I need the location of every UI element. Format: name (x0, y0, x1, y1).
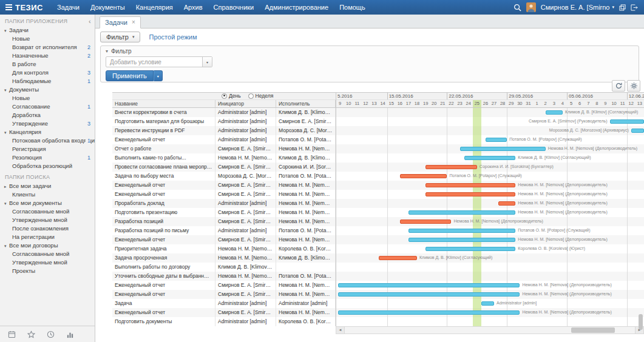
search-icon[interactable] (514, 4, 521, 12)
folder-item[interactable]: ▾Все мои договоры (0, 241, 95, 250)
folder-item[interactable]: Утвержденные мной (0, 258, 95, 267)
gantt-bar[interactable] (464, 156, 516, 160)
folder-item[interactable]: ▾Канцелярия (0, 128, 95, 136)
tab-tasks[interactable]: Задачи × (100, 16, 141, 29)
gantt-bar[interactable] (425, 165, 477, 169)
gantt-row[interactable]: Разработка позицийСмирнов Е. А. [Smirnov… (112, 217, 644, 226)
gantt-row[interactable]: Еженедельный отчетСмирнов Е. А. [Smirnov… (112, 190, 644, 199)
gantt-bar[interactable] (408, 238, 515, 242)
scroll-left-arrow[interactable]: ◄ (336, 327, 345, 334)
simple-mode-link[interactable]: Простой режим (149, 33, 197, 41)
folder-item[interactable]: ▾Все мои документы (0, 199, 95, 207)
user-menu[interactable]: Смирнов Е. А. [Smirno ▾ (541, 4, 614, 11)
star-icon[interactable] (27, 330, 35, 338)
scroll-thumb[interactable] (571, 327, 615, 333)
v-scroll-thumb[interactable] (639, 314, 643, 330)
gantt-row[interactable]: Провести согласование плана мероприя...С… (112, 163, 644, 172)
menu-item[interactable]: Администрирование (259, 0, 334, 15)
chevron-down-icon[interactable]: ▾ (4, 86, 9, 94)
refresh-button[interactable] (612, 80, 625, 92)
gantt-bar[interactable] (610, 119, 644, 124)
filter-button[interactable]: Фильтр ▾ (100, 32, 140, 42)
gantt-bar[interactable] (425, 183, 515, 187)
gantt-bar[interactable] (408, 210, 515, 215)
menu-item[interactable]: Документы (85, 0, 130, 15)
gantt-bar[interactable] (460, 147, 546, 151)
gantt-row[interactable]: Подготовить документыAdministrator [admi… (112, 317, 644, 326)
gantt-row[interactable]: Выполнить какие-то работы...Немова Н. М.… (112, 153, 644, 163)
gantt-bar[interactable] (408, 229, 515, 233)
chevron-down-icon[interactable]: ▾ (202, 57, 212, 67)
new-window-icon[interactable] (619, 4, 626, 11)
chevron-right-icon[interactable]: ▸ (4, 183, 9, 190)
gantt-row[interactable]: Задача по выбору местаМорозова Д. С. [Mo… (112, 172, 644, 181)
chevron-down-icon[interactable]: ▾ (4, 27, 9, 35)
menu-item[interactable]: Канцелярия (130, 0, 178, 15)
chevron-down-icon[interactable]: ▾ (4, 242, 9, 250)
folder-item[interactable]: Новые (0, 94, 95, 102)
gantt-bar[interactable] (481, 301, 494, 306)
folder-item[interactable]: После ознакомления (0, 224, 95, 233)
gantt-row[interactable]: Выполнить работы по договоруКлимов Д. В.… (112, 263, 644, 272)
apply-button[interactable]: Применить (106, 70, 154, 81)
folder-item[interactable]: Проекты (0, 267, 95, 275)
scale-week-radio[interactable]: Неделя (248, 93, 274, 99)
gantt-bar[interactable] (498, 201, 515, 206)
gantt-bar[interactable] (546, 110, 563, 115)
folder-item[interactable]: На регистрации (0, 233, 95, 241)
gantt-row[interactable]: Приоритетная задачаНемова Н. М. [Nemova]… (112, 244, 644, 253)
gantt-bar[interactable] (425, 192, 515, 196)
folder-item[interactable]: Согласование1 (0, 102, 95, 111)
folder-item[interactable]: Утверждение3 (0, 119, 95, 128)
folder-item[interactable]: ▾Документы (0, 86, 95, 94)
gantt-row[interactable]: Подготовить материал для брошюрыAdminist… (112, 117, 644, 126)
chart-icon[interactable] (66, 330, 74, 338)
folder-item[interactable]: Клиенты (0, 190, 95, 199)
gantt-row[interactable]: Внести корректировки в счетаAdministrato… (112, 108, 644, 117)
gantt-bar[interactable] (338, 292, 520, 297)
logout-icon[interactable] (631, 4, 638, 11)
gantt-bar[interactable] (631, 129, 644, 133)
gantt-row[interactable]: Еженедельный отчетСмирнов Е. А. [Smirnov… (112, 235, 644, 244)
folder-item[interactable]: Резолюция1 (0, 153, 95, 162)
gantt-row[interactable]: Еженедельный отчетСмирнов Е. А. [Smirnov… (112, 181, 644, 190)
gantt-row[interactable]: ЗадачаAdministrator [admin]Administrator… (112, 299, 644, 308)
chevron-down-icon[interactable]: ▾ (4, 200, 9, 207)
folder-item[interactable]: Обработка резолюций (0, 162, 95, 170)
gantt-bar[interactable] (338, 283, 520, 287)
gantt-row[interactable]: Разработка позиций по письмуAdministrato… (112, 226, 644, 235)
gantt-row[interactable]: Еженедельный отчетAdministrator [admin]П… (112, 135, 644, 144)
gantt-bar[interactable] (400, 220, 452, 224)
avatar[interactable] (526, 2, 536, 12)
folder-item[interactable]: Регистрация (0, 145, 95, 153)
gantt-row[interactable]: Проработать докладAdministrator [admin]Н… (112, 199, 644, 208)
chevron-down-icon[interactable]: ▾ (4, 129, 9, 136)
folder-item[interactable]: Возврат от исполнителя2 (0, 43, 95, 52)
folder-item[interactable]: Наблюдаемые1 (0, 77, 95, 86)
settings-button[interactable] (627, 80, 640, 92)
tab-close-icon[interactable]: × (132, 19, 135, 25)
menu-item[interactable]: Справочники (208, 0, 260, 15)
add-condition-select[interactable]: Добавить условие ▾ (106, 56, 212, 67)
h-scrollbar[interactable]: ◄ ► (336, 326, 644, 334)
gantt-row[interactable]: Отчет о работеСмирнов Е. А. [Smirnov]...… (112, 144, 644, 153)
menu-item[interactable]: Архив (178, 0, 208, 15)
folder-item[interactable]: Новые (0, 35, 95, 43)
apply-dropdown-button[interactable]: ▾ (154, 70, 163, 81)
collapse-sidebar-icon[interactable]: ‹ (89, 19, 91, 24)
folder-item[interactable]: ▾Задачи (0, 26, 95, 35)
collapse-filter-icon[interactable]: ▾ (106, 49, 108, 54)
menu-item[interactable]: Помощь (334, 0, 371, 15)
gantt-row[interactable]: Задача просроченнаяНемова Н. М. [Nemova]… (112, 253, 644, 263)
calendar-icon[interactable] (8, 330, 16, 338)
gantt-row[interactable]: Еженедельный отчетСмирнов Е. А. [Smirnov… (112, 308, 644, 317)
scroll-track[interactable] (345, 327, 635, 334)
gantt-bar[interactable] (379, 256, 418, 260)
gantt-bar[interactable] (425, 247, 515, 251)
folder-item[interactable]: Утвержденные мной (0, 216, 95, 224)
gantt-bar[interactable] (338, 310, 520, 315)
folder-item[interactable]: Для контроля3 (0, 69, 95, 77)
folder-item[interactable]: Потоковая обработка входящих1 (0, 136, 95, 145)
folder-item[interactable]: Назначенные2 (0, 52, 95, 60)
gantt-row[interactable]: Перевести инструкции в PDFAdministrator … (112, 126, 644, 135)
